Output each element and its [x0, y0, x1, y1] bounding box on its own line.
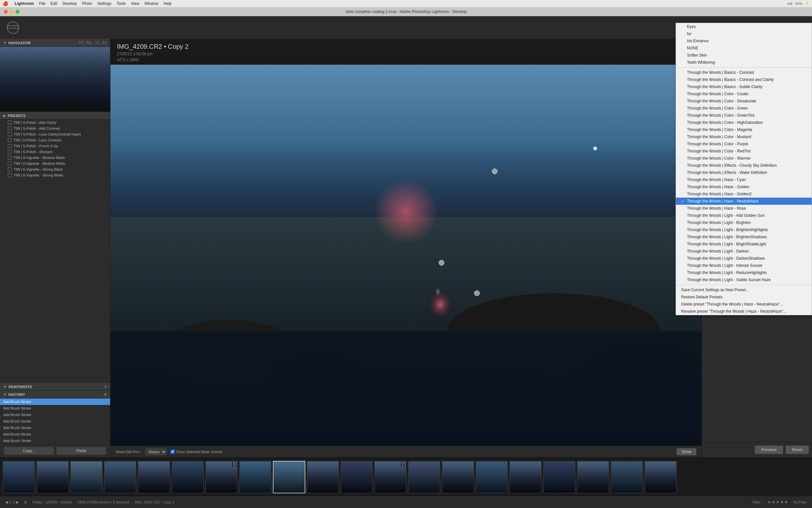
dropdown-item-light-brighten[interactable]: Through the Woods | Light - Brighten [676, 219, 812, 226]
filmstrip-thumb[interactable] [104, 461, 136, 493]
dropdown-item-none[interactable]: NONE [676, 45, 812, 52]
copy-button[interactable]: Copy... [4, 447, 54, 455]
star-1[interactable]: ★ [767, 500, 771, 504]
add-snapshot-button[interactable]: + [104, 384, 107, 389]
preset-item[interactable]: TtW | 6-Vignette - Medium White [0, 161, 110, 166]
preset-item[interactable]: TtW | 5-Polish - Add Contrast [0, 125, 110, 131]
filmstrip-thumb[interactable] [408, 461, 440, 493]
dropdown-item-eyes[interactable]: Eyes [676, 23, 812, 30]
dropdown-item-light-bright-shadelight[interactable]: Through the Woods | Light - BrightShadeL… [676, 241, 812, 248]
dropdown-item-light-darken-shadows[interactable]: Through the Woods | Light - DarkenShadow… [676, 255, 812, 262]
star-4[interactable]: ★ [780, 500, 784, 504]
dropdown-item-haze-neutral[interactable]: ✓ Through the Woods | Haze - NeutralHaze [676, 198, 812, 205]
done-button[interactable]: Done [677, 448, 697, 455]
paste-button[interactable]: Paste [56, 447, 106, 455]
dropdown-item-light-intense-sunset[interactable]: Through the Woods | Light - Intense Suns… [676, 262, 812, 269]
dropdown-item-light-darken[interactable]: Through the Woods | Light - Darken [676, 248, 812, 255]
preset-item[interactable]: TtW | 5-Polish - Less Contrast [0, 137, 110, 143]
dropdown-item-color-warmer[interactable]: Through the Woods | Color - Warmer [676, 155, 812, 162]
dropdown-item-haze-rose[interactable]: Through the Woods | Haze - Rose [676, 205, 812, 212]
menu-view[interactable]: View [131, 1, 139, 6]
filmstrip-thumb[interactable] [172, 461, 204, 493]
preset-item[interactable]: TtW | 5-Polish - Punch It Up [0, 143, 110, 149]
history-item[interactable]: Add Brush Stroke [0, 418, 110, 424]
preset-item[interactable]: TtW | 5-Polish - Sharpen [0, 149, 110, 155]
preset-item[interactable]: TtW | 5-Polish - Less Clarity(Overall Ha… [0, 131, 110, 137]
preset-item[interactable]: TtW | 6-Vignette - Strong White [0, 172, 110, 178]
maximize-button[interactable] [15, 10, 19, 14]
previous-button[interactable]: Previous [755, 446, 783, 454]
star-2[interactable]: ★ [772, 500, 775, 504]
history-item[interactable]: Add Brush Stroke [0, 405, 110, 412]
dropdown-item-light-subtle-sunset[interactable]: Through the Woods | Light - Subtle Sunse… [676, 276, 812, 284]
menu-develop[interactable]: Develop [62, 1, 77, 6]
star-5[interactable]: ★ [784, 500, 788, 504]
filmstrip-thumb[interactable] [543, 461, 576, 493]
dropdown-item-teeth[interactable]: Teeth Whitening [676, 59, 812, 66]
dropdown-item-color-green[interactable]: Through the Woods | Color - Green [676, 104, 812, 112]
dropdown-item-basics-contrast-clarity[interactable]: Through the Woods | Basics - Contrast an… [676, 76, 812, 83]
dropdown-item-color-highsat[interactable]: Through the Woods | Color - HighSaturati… [676, 119, 812, 126]
apple-menu[interactable]: 🍎 [3, 1, 8, 6]
mask-overlay-input[interactable] [171, 450, 175, 454]
menu-settings[interactable]: Settings [97, 1, 111, 6]
dropdown-item-light-reduce-highlights[interactable]: Through the Woods | Light - ReduceHighli… [676, 269, 812, 276]
dropdown-item-basics-subtle[interactable]: Through the Woods | Basics - Subtle Clar… [676, 83, 812, 90]
preset-item[interactable]: TtW | 5-Polish - Add Clarity [0, 120, 110, 125]
filmstrip-thumb[interactable] [70, 461, 103, 493]
menu-window[interactable]: Window [145, 1, 158, 6]
filmstrip-thumb-active[interactable] [273, 461, 305, 493]
preset-item[interactable]: TtW | 6-Vignette - Strong Black [0, 166, 110, 172]
filmstrip-thumb[interactable] [3, 461, 35, 493]
filmstrip-thumb[interactable] [476, 461, 508, 493]
filmstrip-thumb[interactable] [340, 461, 373, 493]
dropdown-item-basics-contrast[interactable]: Through the Woods | Basics - Contrast [676, 69, 812, 76]
star-rating[interactable]: ★ ★ ★ ★ ★ [767, 500, 788, 504]
dropdown-item-color-desaturate[interactable]: Through the Woods | Color - Desaturate [676, 97, 812, 104]
dropdown-item-color-cooler[interactable]: Through the Woods | Color - Cooler [676, 90, 812, 97]
dropdown-item-color-mustard[interactable]: Through the Woods | Color - Mustard [676, 133, 812, 140]
filmstrip-thumb[interactable]: 2 [374, 461, 407, 493]
menu-tools[interactable]: Tools [116, 1, 126, 6]
dropdown-restore-defaults[interactable]: Restore Default Presets [676, 294, 812, 301]
menu-lightroom[interactable]: Lightroom [15, 1, 34, 6]
dropdown-item-light-brighten-shadows[interactable]: Through the Woods | Light - BrightenShad… [676, 234, 812, 241]
menu-photo[interactable]: Photo [82, 1, 92, 6]
dropdown-item-effects-water[interactable]: Through the Woods | Effects - Water Defi… [676, 169, 812, 176]
prev-page-button[interactable]: ◀ [5, 500, 8, 504]
filmstrip-thumb[interactable] [306, 461, 339, 493]
filmstrip-thumb[interactable] [509, 461, 542, 493]
history-item[interactable]: Add Brush Stroke [0, 424, 110, 431]
dropdown-item-light-brighten-highlights[interactable]: Through the Woods | Light - BrightenHigh… [676, 226, 812, 234]
menu-edit[interactable]: Edit [51, 1, 57, 6]
dropdown-item-iris[interactable]: Iris Enhance [676, 37, 812, 45]
filmstrip-thumb[interactable] [611, 461, 643, 493]
menu-file[interactable]: File [39, 1, 45, 6]
filmstrip-thumb[interactable] [577, 461, 609, 493]
history-item[interactable]: Add Brush Stroke [0, 437, 110, 444]
filmstrip-thumb[interactable] [138, 461, 170, 493]
dropdown-item-effects-cloudy[interactable]: Through the Woods | Effects - Cloudy Sky… [676, 162, 812, 169]
mask-overlay-checkbox[interactable]: Show Selected Mask Overlay [171, 450, 223, 454]
edit-pins-select[interactable]: Always [145, 449, 166, 455]
dropdown-item-color-greentint[interactable]: Through the Woods | Color - GreenTint [676, 112, 812, 119]
reset-button[interactable]: Reset [786, 446, 809, 454]
dropdown-rename-preset[interactable]: Rename preset "Through the Woods | Haze … [676, 308, 812, 315]
history-close-button[interactable]: ✕ [104, 392, 107, 397]
grid-view-icon[interactable]: ⊞ [24, 500, 27, 504]
preset-item[interactable]: TtW | 6-Vignette - Medium Black [0, 155, 110, 161]
dropdown-item-color-redtint[interactable]: Through the Woods | Color - RedTint [676, 147, 812, 155]
minimize-button[interactable] [10, 10, 14, 14]
star-3[interactable]: ★ [776, 500, 779, 504]
next-page-button[interactable]: ▶ [16, 500, 19, 504]
filmstrip-thumb[interactable] [442, 461, 474, 493]
dropdown-item-light-golden-sun[interactable]: Through the Woods | Light - Add Golden S… [676, 212, 812, 219]
navigator-header[interactable]: ▼ Navigator FIT FILL 1:1 3:1 [0, 39, 110, 47]
filmstrip-thumb[interactable] [644, 461, 677, 493]
history-item[interactable]: Add Brush Stroke [0, 431, 110, 437]
filmstrip-thumb[interactable] [239, 461, 272, 493]
fit-option-fill[interactable]: FILL [86, 41, 93, 45]
fit-option-3to1[interactable]: 3:1 [102, 41, 107, 45]
filmstrip-thumb[interactable] [36, 461, 69, 493]
dropdown-item-soften[interactable]: Soften Skin [676, 52, 812, 59]
